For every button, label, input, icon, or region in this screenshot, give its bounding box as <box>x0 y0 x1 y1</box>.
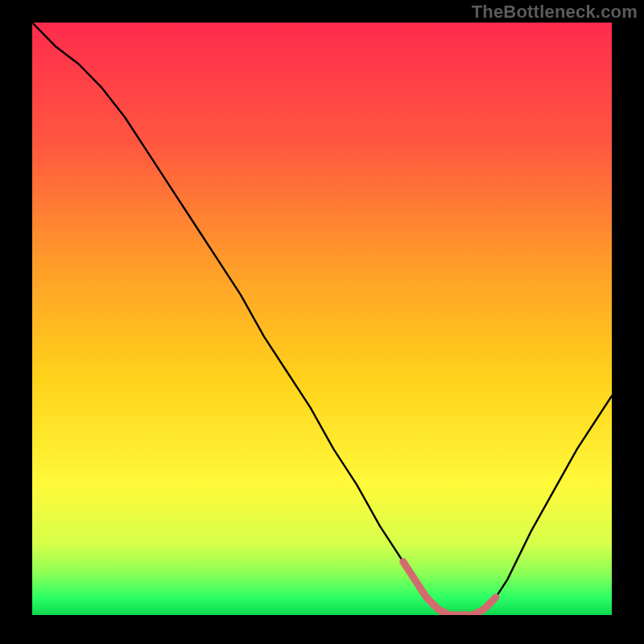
bottleneck-plot <box>32 23 612 615</box>
watermark-text: TheBottleneck.com <box>472 2 638 23</box>
plot-svg <box>32 23 612 615</box>
chart-frame: TheBottleneck.com <box>0 0 644 644</box>
